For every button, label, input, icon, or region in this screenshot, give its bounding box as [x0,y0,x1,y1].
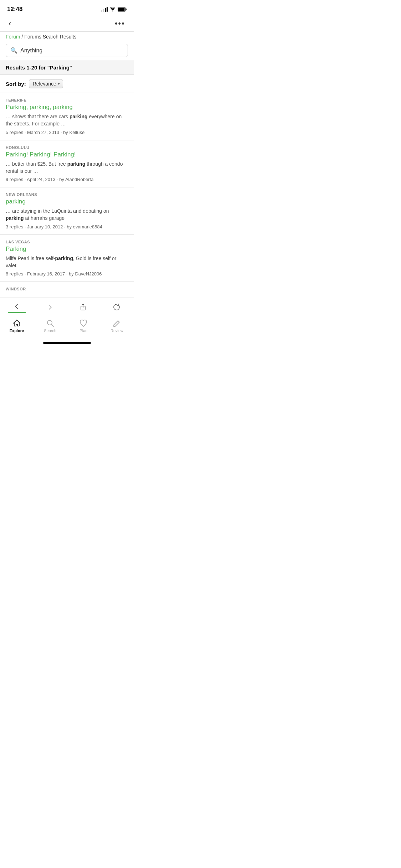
breadcrumb-forum-link[interactable]: Forum [6,34,20,40]
tab-plan-label: Plan [79,329,87,333]
svg-line-5 [51,325,53,327]
result-item: HONOLULUParking! Parking! Parking!… bett… [0,140,134,188]
result-meta: 9 replies · April 24, 2013 · by AlandRob… [6,177,128,182]
result-item: NEW ORLEANSparking… are staying in the L… [0,187,134,235]
result-location: NEW ORLEANS [6,192,128,197]
svg-rect-2 [118,8,125,11]
status-icons [101,7,127,12]
home-icon [12,319,21,327]
browser-share-button[interactable] [74,301,92,313]
result-excerpt: … better than $25. But free parking thro… [6,160,128,175]
tab-explore[interactable]: Explore [0,319,34,333]
result-title[interactable]: Parking, parking, parking [6,104,128,111]
sort-select-value: Relevance [33,81,56,87]
signal-icon [101,7,108,12]
result-location: HONOLULU [6,145,128,150]
result-excerpt: Mlife Pearl is free self-parking, Gold i… [6,255,128,269]
results-header: Results 1-20 for "Parking" [0,61,134,75]
tab-plan[interactable]: Plan [67,319,101,333]
result-title[interactable]: Parking [6,246,128,253]
search-bar[interactable]: 🔍 [6,44,128,57]
sort-label: Sort by: [6,81,26,87]
breadcrumb-separator: / [21,34,23,40]
chevron-down-icon: ▾ [58,81,60,86]
status-time: 12:48 [7,6,22,13]
home-indicator [43,342,91,344]
sort-select-dropdown[interactable]: Relevance ▾ [29,79,63,88]
browser-forward-button[interactable] [41,302,59,312]
result-location: TENERIFE [6,98,128,102]
browser-back-button[interactable] [8,301,26,313]
result-excerpt: … shows that there are cars parking ever… [6,113,128,128]
tab-bar: Explore Search Plan Review [0,316,134,340]
result-title[interactable]: Parking! Parking! Parking! [6,151,128,158]
nav-bar: ‹ ••• [0,16,134,31]
breadcrumb-current: Forums Search Results [24,34,76,40]
more-button[interactable]: ••• [112,17,128,30]
browser-nav-bar [0,298,134,316]
result-item: LAS VEGASParkingMlife Pearl is free self… [0,235,134,282]
result-excerpt: … are staying in the LaQuinta and debati… [6,207,128,222]
tab-search-label: Search [44,329,56,333]
result-meta: 5 replies · March 27, 2013 · by Kelluke [6,130,128,135]
tab-review-label: Review [110,329,123,333]
tab-review[interactable]: Review [100,319,134,333]
result-item: TENERIFEParking, parking, parking… shows… [0,93,134,140]
search-magnifier-icon: 🔍 [10,47,17,54]
result-title[interactable]: parking [6,198,128,205]
heart-icon [79,319,88,327]
tab-search[interactable]: Search [34,319,67,333]
result-location: WINDSOR [6,287,128,291]
result-meta: 3 replies · January 10, 2012 · by evamar… [6,224,128,229]
result-item: WINDSOR [0,282,134,298]
svg-rect-1 [126,9,127,10]
search-input[interactable] [20,47,123,54]
breadcrumb: Forum / Forums Search Results [0,32,134,42]
results-list: TENERIFEParking, parking, parking… shows… [0,93,134,298]
status-bar: 12:48 [0,0,134,16]
result-location: LAS VEGAS [6,240,128,244]
results-summary: Results 1-20 for "Parking" [6,64,72,71]
wifi-icon [110,7,115,11]
tab-explore-label: Explore [10,329,24,333]
browser-refresh-button[interactable] [107,301,126,313]
search-icon [46,319,55,327]
search-bar-container: 🔍 [0,42,134,61]
sort-row: Sort by: Relevance ▾ [0,75,134,93]
battery-icon [118,7,127,12]
result-meta: 8 replies · February 16, 2017 · by DaveN… [6,271,128,277]
pencil-icon [113,319,121,327]
back-button[interactable]: ‹ [6,17,14,30]
